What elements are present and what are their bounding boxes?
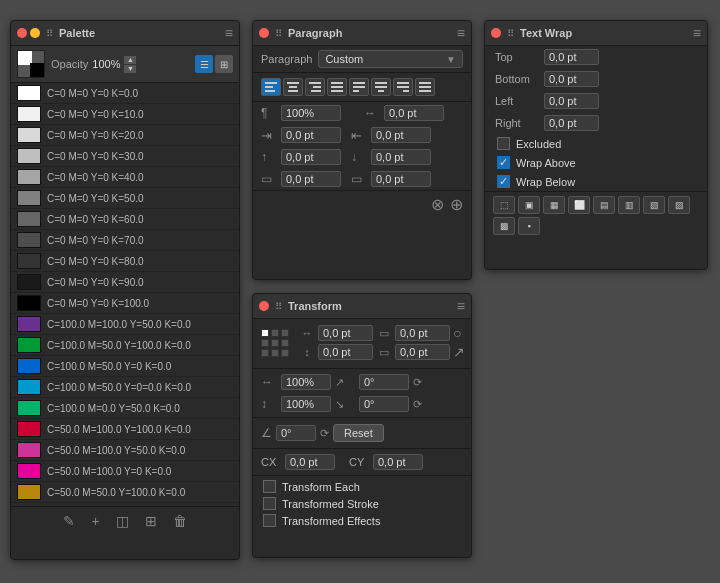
excluded-checkbox[interactable]: [497, 137, 510, 150]
paragraph-menu-icon[interactable]: ≡: [457, 25, 465, 41]
point-br[interactable]: [281, 349, 289, 357]
para-field-row2-1[interactable]: [281, 127, 341, 143]
cx-field[interactable]: [285, 454, 335, 470]
y-field[interactable]: [318, 344, 373, 360]
align-left-btn[interactable]: [261, 78, 281, 96]
palette-list-item[interactable]: C=100.0 M=100.0 Y=50.0 K=0.0: [11, 314, 239, 335]
align-justify-btn[interactable]: [327, 78, 347, 96]
align-right-btn[interactable]: [305, 78, 325, 96]
point-mr[interactable]: [281, 339, 289, 347]
skew-w-field[interactable]: [359, 374, 409, 390]
opacity-down[interactable]: ▼: [124, 65, 136, 73]
rotation-field[interactable]: [276, 425, 316, 441]
palette-list-item[interactable]: C=100.0 M=0.0 Y=50.0 K=0.0: [11, 398, 239, 419]
swatch-preview[interactable]: [17, 50, 45, 78]
para-field-row3-2[interactable]: [371, 149, 431, 165]
palette-list-item[interactable]: C=0 M=0 Y=0 K=0.0: [11, 83, 239, 104]
edit-icon-btn[interactable]: ✎: [59, 511, 79, 531]
palette-list-item[interactable]: C=100.0 M=50.0 Y=0 K=0.0: [11, 356, 239, 377]
h-field[interactable]: [395, 344, 450, 360]
duplicate-icon-btn[interactable]: ◫: [112, 511, 133, 531]
skew-h-field[interactable]: [359, 396, 409, 412]
wrap-icon-2[interactable]: ▣: [518, 196, 540, 214]
reset-button[interactable]: Reset: [333, 424, 384, 442]
palette-list-item[interactable]: C=100.0 M=50.0 Y=100.0 K=0.0: [11, 335, 239, 356]
align-center-btn[interactable]: [283, 78, 303, 96]
minimize-button[interactable]: [30, 28, 40, 38]
palette-list-item[interactable]: C=100.0 M=50.0 Y=0=0.0 K=0.0: [11, 377, 239, 398]
tw-close-button[interactable]: [491, 28, 501, 38]
point-tl[interactable]: [261, 329, 269, 337]
palette-list-item[interactable]: C=0 M=0 Y=0 K=30.0: [11, 146, 239, 167]
point-tc[interactable]: [271, 329, 279, 337]
point-mc[interactable]: [271, 339, 279, 347]
para-remove-btn[interactable]: ⊗: [431, 195, 444, 214]
wrap-icon-3[interactable]: ▦: [543, 196, 565, 214]
palette-menu-icon[interactable]: ≡: [225, 25, 233, 41]
palette-list-item[interactable]: C=50.0 M=100.0 Y=50.0 K=0.0: [11, 440, 239, 461]
para-add-btn[interactable]: ⊕: [450, 195, 463, 214]
palette-list-item[interactable]: C=0 M=0 Y=0 K=80.0: [11, 251, 239, 272]
transformed-stroke-checkbox[interactable]: [263, 497, 276, 510]
scale-w-field[interactable]: [281, 374, 331, 390]
para-field-row2-2[interactable]: [371, 127, 431, 143]
wrap-icon-6[interactable]: ▥: [618, 196, 640, 214]
close-button[interactable]: [17, 28, 27, 38]
wrap-below-checkbox[interactable]: ✓: [497, 175, 510, 188]
align-justify-center-btn[interactable]: [371, 78, 391, 96]
add-icon-btn[interactable]: +: [87, 511, 103, 531]
para-close-button[interactable]: [259, 28, 269, 38]
para-field-row3-1[interactable]: [281, 149, 341, 165]
scale-w-stepper[interactable]: ⟳: [413, 376, 422, 389]
wrap-icon-5[interactable]: ▤: [593, 196, 615, 214]
palette-list-item[interactable]: C=50.0 M=100.0 Y=100.0 K=0.0: [11, 419, 239, 440]
wrap-icon-8[interactable]: ▨: [668, 196, 690, 214]
tr-close-button[interactable]: [259, 301, 269, 311]
wrap-icon-7[interactable]: ▧: [643, 196, 665, 214]
palette-list-item[interactable]: C=0 M=0 Y=0 K=100.0: [11, 293, 239, 314]
point-ml[interactable]: [261, 339, 269, 347]
point-tr[interactable]: [281, 329, 289, 337]
merge-icon-btn[interactable]: ⊞: [141, 511, 161, 531]
align-justify-all-btn[interactable]: [415, 78, 435, 96]
scale-h-stepper[interactable]: ⟳: [413, 398, 422, 411]
delete-icon-btn[interactable]: 🗑: [169, 511, 191, 531]
x-field[interactable]: [318, 325, 373, 341]
palette-list-item[interactable]: C=0 M=0 Y=0 K=60.0: [11, 209, 239, 230]
palette-list-item[interactable]: C=0 M=0 Y=0 K=20.0: [11, 125, 239, 146]
para-style-dropdown[interactable]: Custom ▼: [318, 50, 463, 68]
palette-list-item[interactable]: C=50.0 M=100.0 Y=0 K=0.0: [11, 461, 239, 482]
point-bc[interactable]: [271, 349, 279, 357]
indent-field[interactable]: [281, 105, 341, 121]
transform-each-checkbox[interactable]: [263, 480, 276, 493]
wrap-icon-9[interactable]: ▩: [493, 217, 515, 235]
grid-view-btn[interactable]: ⊞: [215, 55, 233, 73]
wrap-above-checkbox[interactable]: ✓: [497, 156, 510, 169]
palette-list-item[interactable]: C=0 M=0 Y=0 K=10.0: [11, 104, 239, 125]
point-selector[interactable]: [261, 329, 289, 357]
wrap-icon-1[interactable]: ⬚: [493, 196, 515, 214]
palette-list-item[interactable]: C=0 M=0 Y=0 K=40.0: [11, 167, 239, 188]
align-justify-right-btn[interactable]: [393, 78, 413, 96]
textwrap-menu-icon[interactable]: ≡: [693, 25, 701, 41]
chain2-icon[interactable]: ↗: [453, 344, 465, 360]
palette-list-item[interactable]: C=0 M=0 Y=0 K=70.0: [11, 230, 239, 251]
rotation-stepper[interactable]: ⟳: [320, 427, 329, 440]
wrap-bottom-field[interactable]: [544, 71, 599, 87]
transform-menu-icon[interactable]: ≡: [457, 298, 465, 314]
palette-list-item[interactable]: C=50.0 M=50.0 Y=100.0 K=0.0: [11, 482, 239, 503]
chain-icon[interactable]: ○: [453, 325, 461, 341]
point-bl[interactable]: [261, 349, 269, 357]
palette-list-item[interactable]: C=0 M=0 Y=0 K=50.0: [11, 188, 239, 209]
para-field-row4-1[interactable]: [281, 171, 341, 187]
list-view-btn[interactable]: ☰: [195, 55, 213, 73]
wrap-top-field[interactable]: [544, 49, 599, 65]
wrap-left-field[interactable]: [544, 93, 599, 109]
transformed-effects-checkbox[interactable]: [263, 514, 276, 527]
opacity-stepper[interactable]: ▲ ▼: [124, 56, 136, 73]
w-field[interactable]: [395, 325, 450, 341]
wrap-right-field[interactable]: [544, 115, 599, 131]
para-field-row4-2[interactable]: [371, 171, 431, 187]
scale-h-field[interactable]: [281, 396, 331, 412]
align-justify-left-btn[interactable]: [349, 78, 369, 96]
